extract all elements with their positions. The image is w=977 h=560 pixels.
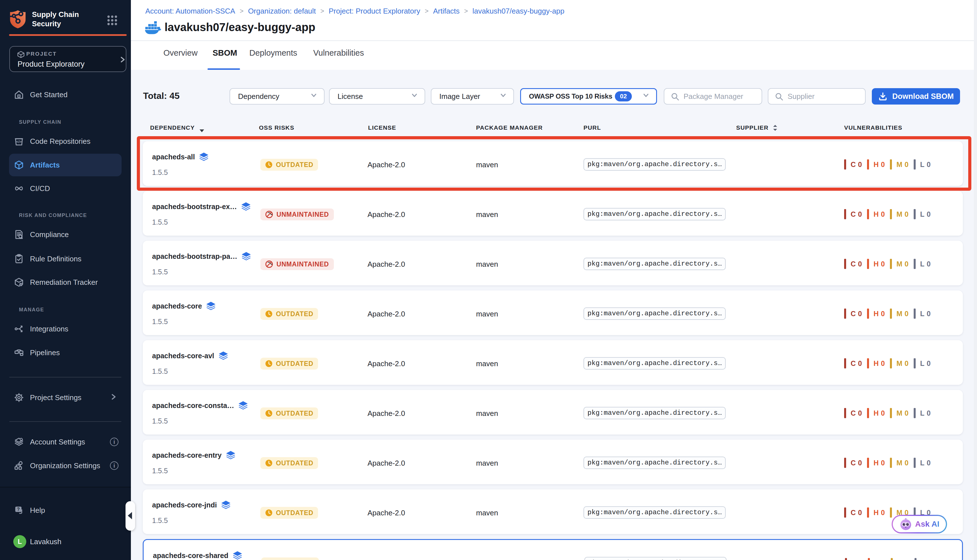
svg-text:</>: </> <box>17 140 22 144</box>
svg-text:?: ? <box>17 507 20 512</box>
